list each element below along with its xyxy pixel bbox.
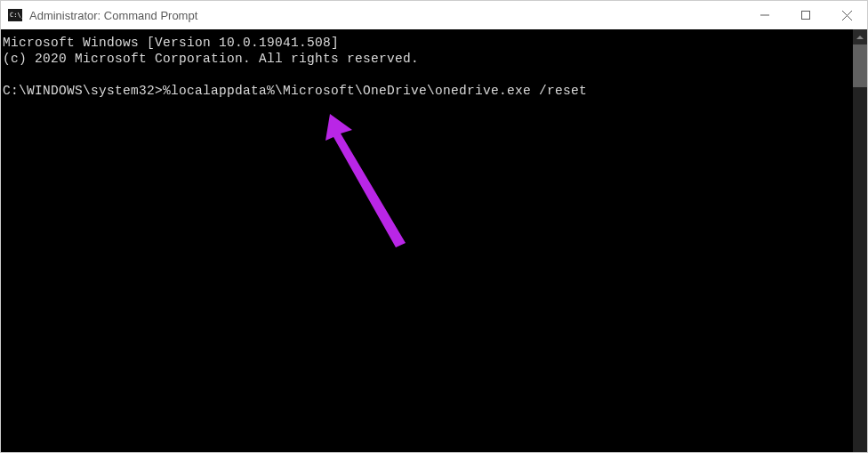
svg-marker-4 bbox=[856, 36, 864, 39]
cmd-icon-text: C:\_ bbox=[10, 12, 25, 19]
minimize-button[interactable] bbox=[744, 1, 785, 29]
svg-rect-1 bbox=[802, 12, 810, 20]
window-title: Administrator: Command Prompt bbox=[29, 9, 744, 22]
chevron-up-icon bbox=[856, 36, 864, 39]
titlebar[interactable]: C:\_ Administrator: Command Prompt bbox=[1, 1, 867, 29]
terminal-line-1: Microsoft Windows [Version 10.0.19041.50… bbox=[3, 36, 339, 50]
maximize-button[interactable] bbox=[785, 1, 826, 29]
window: C:\_ Administrator: Command Prompt Micro… bbox=[0, 0, 868, 453]
scroll-thumb[interactable] bbox=[853, 44, 867, 87]
terminal-prompt: C:\WINDOWS\system32> bbox=[3, 84, 163, 98]
terminal-area: Microsoft Windows [Version 10.0.19041.50… bbox=[1, 29, 867, 452]
scroll-up-button[interactable] bbox=[853, 29, 867, 44]
terminal-output[interactable]: Microsoft Windows [Version 10.0.19041.50… bbox=[1, 29, 853, 452]
close-icon bbox=[842, 11, 852, 20]
close-button[interactable] bbox=[826, 1, 867, 29]
scrollbar[interactable] bbox=[853, 29, 867, 452]
minimize-icon bbox=[760, 11, 769, 20]
terminal-command: %localappdata%\Microsoft\OneDrive\onedri… bbox=[163, 84, 587, 98]
maximize-icon bbox=[801, 11, 810, 20]
window-controls bbox=[744, 1, 867, 29]
cmd-icon: C:\_ bbox=[8, 9, 22, 21]
terminal-line-2: (c) 2020 Microsoft Corporation. All righ… bbox=[3, 52, 419, 66]
